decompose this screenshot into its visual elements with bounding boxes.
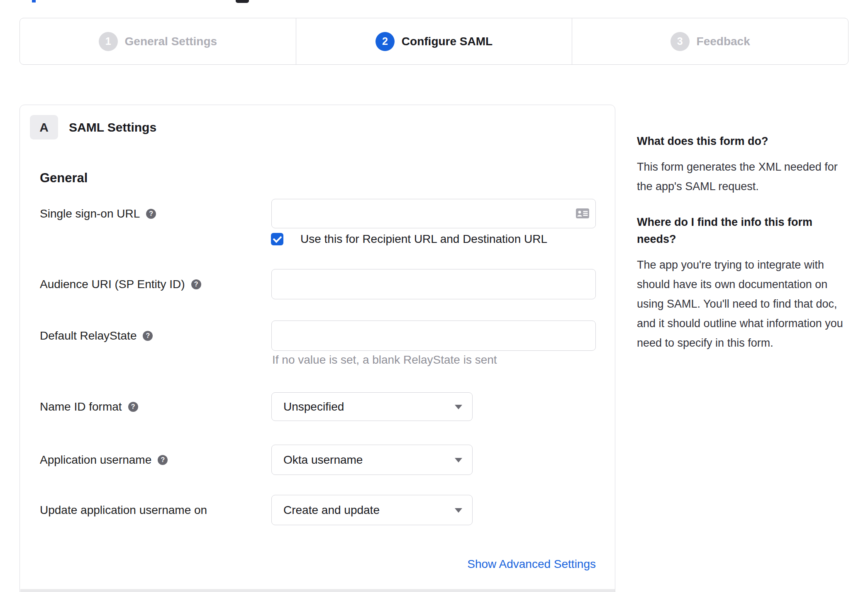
- help-icon[interactable]: ?: [146, 209, 156, 219]
- sidebar-block-body: The app you're trying to integrate with …: [637, 255, 851, 353]
- help-icon[interactable]: ?: [191, 279, 201, 289]
- app-username-select[interactable]: Okta username: [271, 445, 473, 475]
- app-username-label: Application username: [40, 453, 151, 467]
- select-value: Create and update: [283, 504, 380, 517]
- audience-uri-input[interactable]: [271, 269, 596, 299]
- nameid-format-label: Name ID format: [40, 400, 122, 413]
- clipped-next-section-fragment: [20, 589, 615, 592]
- audience-uri-label: Audience URI (SP Entity ID): [40, 278, 185, 291]
- nameid-format-label-row: Name ID format ?: [40, 392, 138, 421]
- step-feedback[interactable]: 3 Feedback: [572, 18, 848, 64]
- step-label: General Settings: [125, 35, 217, 48]
- step-number-badge: 2: [375, 32, 395, 51]
- step-general-settings[interactable]: 1 General Settings: [20, 18, 296, 64]
- help-icon[interactable]: ?: [143, 331, 153, 341]
- chevron-down-icon: [455, 508, 462, 513]
- sso-url-label: Single sign-on URL: [40, 207, 140, 220]
- help-sidebar: What does this form do? This form genera…: [637, 133, 851, 370]
- general-heading: General: [40, 171, 88, 186]
- recipient-url-checkbox-label: Use this for Recipient URL and Destinati…: [300, 230, 547, 249]
- step-label: Feedback: [697, 35, 750, 48]
- nameid-format-select[interactable]: Unspecified: [271, 392, 473, 421]
- audience-uri-label-row: Audience URI (SP Entity ID) ?: [40, 269, 201, 299]
- app-username-label-row: Application username ?: [40, 445, 168, 475]
- relay-state-label-row: Default RelayState ?: [40, 320, 153, 351]
- help-icon[interactable]: ?: [158, 455, 168, 465]
- section-badge: A: [30, 115, 58, 139]
- sidebar-block-title: Where do I find the info this form needs…: [637, 214, 851, 248]
- step-label: Configure SAML: [402, 35, 493, 48]
- sidebar-block-body: This form generates the XML needed for t…: [637, 157, 851, 196]
- saml-settings-panel: A SAML Settings General Single sign-on U…: [20, 105, 615, 592]
- clipped-logo-fragment: [32, 0, 36, 2]
- section-title: SAML Settings: [69, 115, 156, 139]
- relay-state-hint: If no value is set, a blank RelayState i…: [272, 353, 497, 367]
- checkmark-icon: [273, 234, 282, 243]
- show-advanced-settings-link[interactable]: Show Advanced Settings: [271, 558, 596, 571]
- select-value: Okta username: [283, 453, 363, 467]
- chevron-down-icon: [455, 458, 462, 462]
- update-username-label-row: Update application username on: [40, 495, 207, 525]
- recipient-url-checkbox[interactable]: [271, 233, 283, 245]
- step-configure-saml[interactable]: 2 Configure SAML: [296, 18, 573, 64]
- update-username-label: Update application username on: [40, 504, 207, 517]
- step-number-badge: 3: [671, 32, 690, 51]
- sso-url-label-row: Single sign-on URL ?: [40, 199, 156, 228]
- contact-card-icon[interactable]: [576, 208, 589, 218]
- update-username-select[interactable]: Create and update: [271, 495, 473, 525]
- sidebar-block-title: What does this form do?: [637, 133, 851, 150]
- chevron-down-icon: [455, 405, 462, 409]
- configure-saml-page: { "stepper": { "steps": [ {"number": "1"…: [0, 0, 868, 592]
- relay-state-label: Default RelayState: [40, 329, 137, 342]
- select-value: Unspecified: [283, 400, 344, 413]
- sso-url-input[interactable]: [271, 199, 596, 228]
- step-number-badge: 1: [99, 32, 118, 51]
- help-icon[interactable]: ?: [128, 402, 138, 412]
- relay-state-input[interactable]: [271, 320, 596, 351]
- wizard-stepper: 1 General Settings 2 Configure SAML 3 Fe…: [20, 18, 848, 65]
- clipped-button-fragment: [236, 0, 249, 3]
